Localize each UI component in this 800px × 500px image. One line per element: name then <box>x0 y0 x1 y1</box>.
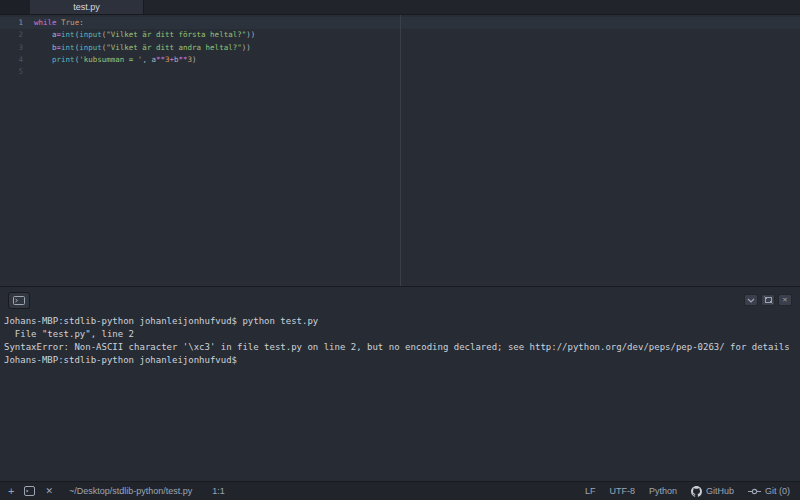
terminal-icon <box>24 486 35 496</box>
line-number: 3 <box>0 42 23 54</box>
git-commit-icon <box>748 487 761 496</box>
terminal-hide-button[interactable] <box>744 294 758 306</box>
chevron-down-icon <box>747 298 755 303</box>
status-bar-right: LF UTF-8 Python GitHub Git (0) <box>585 486 790 497</box>
github-icon <box>691 486 702 497</box>
close-icon: ✕ <box>783 296 788 304</box>
editor-pane[interactable]: 12345 while True: a=int(input("Vilket är… <box>0 15 800 286</box>
code-area[interactable]: while True: a=int(input("Vilket är ditt … <box>34 17 800 78</box>
maximize-icon <box>764 296 773 304</box>
line-number: 2 <box>0 29 23 41</box>
code-line: print('kubsumman = ', a**3+b**3) <box>34 54 800 66</box>
github-label: GitHub <box>706 486 734 496</box>
terminal-tab-button[interactable] <box>8 292 30 309</box>
tab-label: test.py <box>73 2 100 12</box>
terminal-line: Johans-MBP:stdlib-python johanleijonhufv… <box>4 315 798 328</box>
terminal-line: Johans-MBP:stdlib-python johanleijonhufv… <box>4 354 798 367</box>
line-number: 1 <box>0 17 23 29</box>
terminal-header: ✕ <box>0 287 800 313</box>
status-bar-left: + ✕ ~/Desktop/stdlib-python/test.py 1:1 <box>8 486 225 497</box>
status-encoding[interactable]: UTF-8 <box>609 486 635 496</box>
close-icon: ✕ <box>45 487 53 496</box>
tab-bar: test.py <box>0 0 800 15</box>
line-number: 4 <box>0 54 23 66</box>
status-cursor-position[interactable]: 1:1 <box>212 486 225 496</box>
status-file-path: ~/Desktop/stdlib-python/test.py <box>69 486 192 496</box>
toggle-terminal-button[interactable] <box>24 486 35 496</box>
terminal-panel: ✕ Johans-MBP:stdlib-python johanleijonhu… <box>0 286 800 481</box>
git-label: Git (0) <box>765 486 790 496</box>
terminal-screen-icon <box>13 296 25 305</box>
terminal-output[interactable]: Johans-MBP:stdlib-python johanleijonhufv… <box>4 315 798 479</box>
code-line: a=int(input("Vilket är ditt första helta… <box>34 29 800 41</box>
git-toggle[interactable]: Git (0) <box>748 486 790 496</box>
terminal-controls: ✕ <box>744 294 792 306</box>
close-terminal-button[interactable]: ✕ <box>45 487 53 496</box>
editor-gutter: 12345 <box>0 17 30 78</box>
tab-bar-spacer <box>0 0 30 14</box>
terminal-maximize-button[interactable] <box>761 294 775 306</box>
code-line: b=int(input("Vilket är ditt andra heltal… <box>34 42 800 54</box>
new-terminal-button[interactable]: + <box>8 486 14 497</box>
terminal-line: File "test.py", line 2 <box>4 328 798 341</box>
status-language[interactable]: Python <box>649 486 677 496</box>
status-bar: + ✕ ~/Desktop/stdlib-python/test.py 1:1 … <box>0 481 800 500</box>
terminal-close-button[interactable]: ✕ <box>778 294 792 306</box>
code-line <box>34 66 800 78</box>
code-line: while True: <box>34 17 800 29</box>
terminal-line: SyntaxError: Non-ASCII character '\xc3' … <box>4 341 798 354</box>
plus-icon: + <box>8 486 14 497</box>
github-toggle[interactable]: GitHub <box>691 486 734 497</box>
atom-window: test.py 12345 while True: a=int(input("V… <box>0 0 800 500</box>
status-line-ending[interactable]: LF <box>585 486 596 496</box>
line-number: 5 <box>0 66 23 78</box>
tab-test-py[interactable]: test.py <box>30 0 144 14</box>
